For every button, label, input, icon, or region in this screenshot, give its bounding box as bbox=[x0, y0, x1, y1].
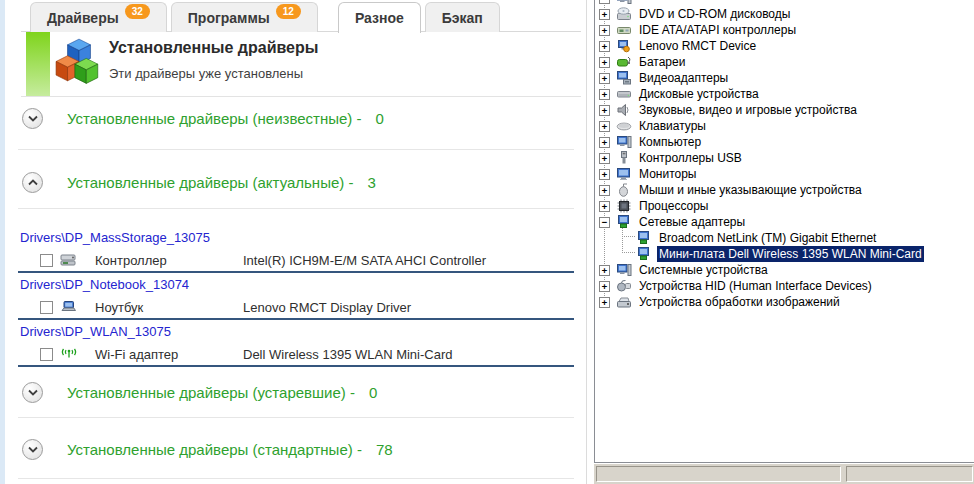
page-title: Установленные драйверы bbox=[109, 39, 318, 57]
chevron-down-icon bbox=[22, 382, 43, 403]
expand-toggle-icon[interactable]: + bbox=[599, 9, 610, 20]
section-count: 3 bbox=[367, 174, 375, 191]
tree-row: +Lenovo RMCT Device bbox=[595, 38, 974, 54]
tree-item-label[interactable]: Контроллеры USB bbox=[637, 150, 744, 166]
tree-row: Мини-плата Dell Wireless 1395 WLAN Mini-… bbox=[595, 246, 974, 262]
tree-item-label[interactable]: Компьютер bbox=[637, 134, 703, 150]
banner-green-bar bbox=[26, 32, 50, 96]
wifi-icon bbox=[60, 346, 78, 362]
driver-group-path-link[interactable]: Drivers\DP_WLAN_13075 bbox=[20, 320, 587, 343]
section-toggle-standard[interactable]: Установленные драйверы (стандартные) - 7… bbox=[22, 432, 393, 466]
lenovo-device-icon bbox=[616, 38, 632, 54]
driver-device-name: Lenovo RMCT Display Driver bbox=[243, 300, 411, 315]
tree-row: +DVD и CD-ROM дисководы bbox=[595, 6, 974, 22]
tree-item-label[interactable]: Звуковые, видео и игровые устройства bbox=[637, 102, 859, 118]
tree-item-label[interactable]: IDE ATA/ATAPI контроллеры bbox=[637, 22, 798, 38]
tab-label: Разное bbox=[355, 10, 404, 26]
expand-toggle-icon[interactable]: + bbox=[599, 153, 610, 164]
cd-drive-icon bbox=[616, 6, 632, 22]
driver-checkbox[interactable] bbox=[40, 348, 53, 361]
collapse-toggle-icon[interactable]: − bbox=[599, 0, 610, 4]
usb-icon bbox=[616, 150, 632, 166]
section-label: Установленные драйверы (стандартные) - bbox=[67, 441, 362, 458]
expand-toggle-icon[interactable]: + bbox=[599, 297, 610, 308]
tab-programs[interactable]: Программы12 bbox=[171, 2, 318, 32]
driver-group-path-link[interactable]: Drivers\DP_MassStorage_13075 bbox=[20, 226, 587, 249]
tree-item-label[interactable]: Мини-плата Dell Wireless 1395 WLAN Mini-… bbox=[657, 246, 924, 262]
driver-checkbox[interactable] bbox=[40, 254, 53, 267]
video-adapter-icon bbox=[616, 70, 632, 86]
expand-toggle-icon[interactable]: + bbox=[599, 89, 610, 100]
tab-label: Бэкап bbox=[442, 10, 483, 26]
tree-item-label[interactable]: Устройства HID (Human Interface Devices) bbox=[637, 278, 874, 294]
driver-device-type: Контроллер bbox=[95, 253, 243, 268]
tree-item-label[interactable]: Мыши и иные указывающие устройства bbox=[637, 182, 864, 198]
notebook-icon bbox=[60, 299, 78, 315]
tree-item-label[interactable]: Lenovo RMCT Device bbox=[637, 38, 758, 54]
section-divider bbox=[18, 478, 574, 479]
tree-item-label[interactable]: Клавиатуры bbox=[637, 118, 708, 134]
section-count: 0 bbox=[369, 384, 377, 401]
mouse-icon bbox=[616, 182, 632, 198]
tree-item-label[interactable]: Устройства обработки изображений bbox=[637, 294, 842, 310]
driver-device-name: Intel(R) ICH9M-E/M SATA AHCI Controller bbox=[243, 253, 486, 268]
tree-item-label[interactable]: Сетевые адаптеры bbox=[637, 214, 747, 230]
tree-item-label[interactable]: Батареи bbox=[637, 54, 687, 70]
expand-toggle-icon[interactable]: + bbox=[599, 137, 610, 148]
driver-row: НоутбукLenovo RMCT Display Driver bbox=[5, 296, 587, 318]
tree-item-label[interactable]: Broadcom NetLink (TM) Gigabit Ethernet bbox=[657, 230, 878, 246]
tab-drivers[interactable]: Драйверы32 bbox=[30, 2, 167, 32]
chevron-down-icon bbox=[22, 108, 43, 129]
system-device-icon bbox=[616, 262, 632, 278]
driver-row: КонтроллерIntel(R) ICH9M-E/M SATA AHCI C… bbox=[5, 249, 587, 271]
expand-toggle-icon[interactable]: + bbox=[599, 25, 610, 36]
section-toggle-outdated[interactable]: Установленные драйверы (устаревшие) - 0 bbox=[22, 375, 377, 409]
ide-controller-icon bbox=[616, 22, 632, 38]
tree-row: +Компьютер bbox=[595, 134, 974, 150]
tree-row: +Устройства HID (Human Interface Devices… bbox=[595, 278, 974, 294]
controller-icon bbox=[60, 252, 78, 268]
tab-backup[interactable]: Бэкап bbox=[425, 2, 500, 32]
tree-row: +Клавиатуры bbox=[595, 118, 974, 134]
section-toggle-unknown[interactable]: Установленные драйверы (неизвестные) - 0 bbox=[22, 101, 384, 135]
chevron-down-icon bbox=[22, 439, 43, 460]
driver-checkbox[interactable] bbox=[40, 301, 53, 314]
driver-group-divider bbox=[18, 365, 574, 367]
expand-toggle-icon[interactable]: + bbox=[599, 41, 610, 52]
expand-toggle-icon[interactable]: + bbox=[599, 201, 610, 212]
tree-item-label[interactable]: Дисковые устройства bbox=[637, 86, 761, 102]
tree-item-label[interactable]: Мониторы bbox=[637, 166, 698, 182]
tab-count-badge: 32 bbox=[125, 4, 150, 19]
section-toggle-actual[interactable]: Установленные драйверы (актуальные) - 3 bbox=[22, 165, 376, 199]
expand-toggle-icon[interactable]: + bbox=[599, 265, 610, 276]
tab-label: Драйверы bbox=[47, 10, 119, 26]
chevron-up-icon bbox=[22, 172, 43, 193]
collapse-toggle-icon[interactable]: − bbox=[599, 217, 610, 228]
driver-group-path-link[interactable]: Drivers\DP_Notebook_13074 bbox=[20, 273, 587, 296]
tab-bar: Драйверы32Программы12РазноеБэкап bbox=[30, 2, 500, 32]
computer-icon bbox=[616, 134, 632, 150]
expand-toggle-icon[interactable]: + bbox=[599, 185, 610, 196]
driver-row: Wi-Fi адаптерDell Wireless 1395 WLAN Min… bbox=[5, 343, 587, 365]
tree-row: +Видеоадаптеры bbox=[595, 70, 974, 86]
audio-device-icon bbox=[616, 102, 632, 118]
expand-toggle-icon[interactable]: + bbox=[599, 73, 610, 84]
device-manager-tree-panel: −+DVD и CD-ROM дисководы+IDE ATA/ATAPI к… bbox=[594, 0, 974, 463]
driver-device-type: Ноутбук bbox=[95, 300, 243, 315]
driver-tool-panel: Драйверы32Программы12РазноеБэкап Установ… bbox=[5, 0, 587, 484]
status-bar-cell bbox=[846, 466, 973, 482]
expand-toggle-icon[interactable]: + bbox=[599, 57, 610, 68]
tab-misc[interactable]: Разное bbox=[338, 2, 421, 33]
expand-toggle-icon[interactable]: + bbox=[599, 121, 610, 132]
network-adapter-icon bbox=[616, 214, 632, 230]
status-bar bbox=[594, 464, 974, 484]
imaging-device-icon bbox=[616, 294, 632, 310]
tree-item-label[interactable]: Системные устройства bbox=[637, 262, 770, 278]
tree-item-label[interactable]: DVD и CD-ROM дисководы bbox=[637, 6, 792, 22]
expand-toggle-icon[interactable]: + bbox=[599, 169, 610, 180]
network-adapter-icon bbox=[636, 246, 652, 262]
tree-item-label[interactable]: Видеоадаптеры bbox=[637, 70, 730, 86]
expand-toggle-icon[interactable]: + bbox=[599, 281, 610, 292]
tree-item-label[interactable]: Процессоры bbox=[637, 198, 711, 214]
expand-toggle-icon[interactable]: + bbox=[599, 105, 610, 116]
